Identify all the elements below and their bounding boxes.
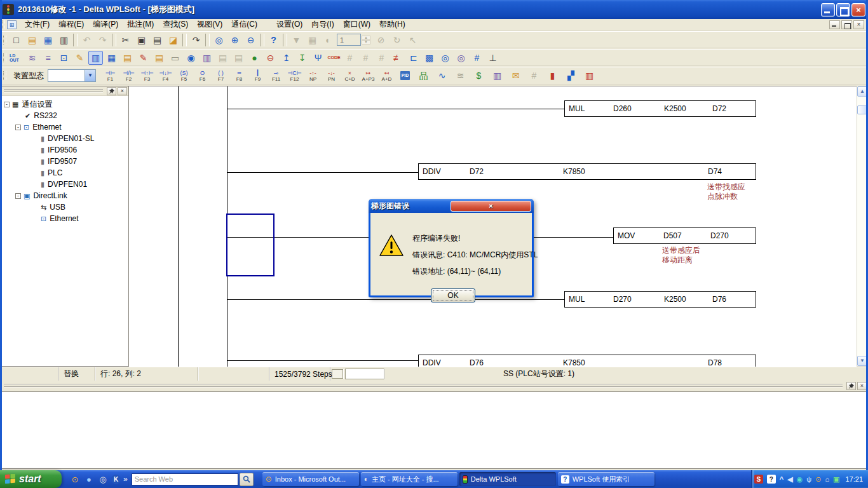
columns-icon[interactable]: ▥: [489, 68, 506, 84]
table-icon[interactable]: ▦: [305, 33, 320, 47]
toolbar-grip[interactable]: [3, 53, 6, 62]
tree-item-ifd9507[interactable]: ▮ IFD9507: [0, 156, 128, 167]
device-type-combo[interactable]: ▼: [48, 69, 96, 82]
tray-collapse-icon[interactable]: ^: [780, 475, 783, 484]
application-instr-button[interactable]: ( )F7: [212, 68, 229, 84]
out-coil-button[interactable]: OF6: [194, 68, 211, 84]
menu-view[interactable]: 视图(V): [193, 18, 227, 30]
help-icon[interactable]: ?: [266, 33, 281, 47]
tree-item-ifd9506[interactable]: ▮ IFD9506: [0, 144, 128, 156]
expander-icon[interactable]: -: [4, 102, 10, 107]
open-folder-icon[interactable]: ▤: [25, 33, 39, 47]
counter-button[interactable]: ⊣C⊢F12: [286, 68, 303, 84]
paste-icon[interactable]: ▤: [150, 33, 165, 47]
mdi-minimize-button[interactable]: [829, 20, 840, 29]
task-help[interactable]: ? WPLSoft 使用索引: [558, 472, 654, 486]
thermometer-icon[interactable]: ▮: [544, 68, 561, 84]
device-monitor-icon[interactable]: ⊡: [57, 51, 71, 65]
spin-down-icon[interactable]: ▼: [362, 40, 370, 44]
restore-button[interactable]: [836, 3, 850, 17]
dialog-title-bar[interactable]: 梯形图错误 ×: [369, 199, 534, 213]
tree-item-plc[interactable]: ▮ PLC: [0, 167, 128, 179]
tree-item-ethernet-2[interactable]: ⊡ Ethernet: [0, 213, 128, 224]
menu-file[interactable]: 文件(F): [20, 18, 54, 30]
undo-icon[interactable]: ↶: [79, 33, 94, 47]
tree-item-dvpen01-sl[interactable]: ▮ DVPEN01-SL: [0, 133, 128, 144]
menu-edit[interactable]: 编程(E): [54, 18, 88, 30]
minimize-button[interactable]: [821, 3, 835, 17]
toolbar-grip[interactable]: [2, 20, 5, 29]
simulator-stop-icon[interactable]: ⊖: [263, 51, 278, 65]
compile-code-icon[interactable]: CODE: [327, 51, 341, 65]
ladder-row-icon[interactable]: ▼: [289, 33, 304, 47]
block-comment-icon[interactable]: ▭: [168, 51, 182, 65]
vline-button[interactable]: ┃F9: [249, 68, 266, 84]
ql-outlook-icon[interactable]: ⊙: [69, 473, 81, 485]
tree-item-usb[interactable]: ⇆ USB: [0, 201, 128, 213]
mosaic-icon[interactable]: ▞: [562, 68, 580, 84]
hline-button[interactable]: ━F8: [231, 68, 248, 84]
tray-clock-icon[interactable]: ⊙: [815, 475, 821, 484]
panel-close-icon[interactable]: ×: [857, 382, 867, 390]
panel-close-icon[interactable]: ×: [118, 87, 127, 95]
zoom-ip-icon[interactable]: ◎: [454, 51, 468, 65]
menu-window[interactable]: 窗口(W): [339, 18, 375, 30]
toolbar-grip[interactable]: [3, 36, 6, 44]
contrast-icon[interactable]: ◐: [321, 33, 336, 47]
scroll-down-icon[interactable]: ▼: [857, 356, 867, 366]
task-wplsoft[interactable]: Delta WPLSoft: [459, 472, 556, 486]
redo-icon[interactable]: ↷: [95, 33, 110, 47]
tray-help-icon[interactable]: ?: [767, 475, 776, 484]
red-columns-icon[interactable]: ▥: [581, 68, 598, 84]
tree-item-directlink[interactable]: - ▣ DirectLink: [0, 190, 128, 201]
output-panel-header[interactable]: ×: [0, 381, 868, 391]
rail-icon[interactable]: #: [526, 68, 543, 84]
code-transfer-icon[interactable]: #: [374, 51, 389, 65]
edit-pencil-icon[interactable]: ✎: [72, 51, 87, 65]
comment-pen-icon[interactable]: ✎: [136, 51, 151, 65]
spin-up-icon[interactable]: ▲: [362, 36, 370, 40]
ql-msn-icon[interactable]: ●: [83, 473, 95, 485]
panel-header[interactable]: ×: [0, 86, 128, 96]
contact-no-button[interactable]: ⊣⊢F1: [102, 68, 119, 84]
search-icon[interactable]: [240, 473, 254, 486]
ok-button[interactable]: OK: [431, 288, 475, 302]
menu-help[interactable]: 帮助(H): [375, 18, 410, 30]
zoom-out-icon[interactable]: ⊖: [243, 33, 258, 47]
save-icon[interactable]: ▦: [41, 33, 55, 47]
tree-item-rs232[interactable]: ✔ RS232: [0, 110, 128, 121]
blocks-wizard-icon[interactable]: 品: [415, 68, 432, 84]
menu-comm[interactable]: 通信(C): [227, 18, 262, 30]
ladder-instruction-ddiv-1[interactable]: DDIV D72 K7850 D74: [418, 163, 756, 180]
contact-falling-button[interactable]: ⊣↓⊢F4: [157, 68, 174, 84]
mdi-close-button[interactable]: ×: [853, 20, 864, 29]
ld-out-icon[interactable]: LD OUT: [9, 51, 24, 65]
image-editor-icon[interactable]: ▩: [422, 51, 437, 65]
contact-rising-button[interactable]: ⊣↑⊢F3: [139, 68, 156, 84]
tray-display-icon[interactable]: ▣: [833, 475, 839, 484]
ladder-instruction-ddiv-2[interactable]: DDIV D76 K7850 D78: [418, 355, 756, 367]
panel-drag-handle[interactable]: [4, 89, 103, 93]
new-file-icon[interactable]: □: [9, 33, 24, 47]
close-button[interactable]: ×: [851, 3, 865, 17]
pn-button[interactable]: -↓-PN: [323, 68, 340, 84]
upload-plc-icon[interactable]: ↥: [279, 51, 294, 65]
coin-icon[interactable]: $: [470, 68, 487, 84]
ethernet-tool-icon[interactable]: #: [470, 51, 484, 65]
copy-icon[interactable]: ▣: [134, 33, 149, 47]
tree-item-ethernet[interactable]: - ⊡ Ethernet: [0, 121, 128, 133]
goto-icon[interactable]: ↷: [189, 33, 203, 47]
menu-compile[interactable]: 编译(P): [88, 18, 123, 30]
tree-item-dvpfen01[interactable]: ▮ DVPFEN01: [0, 179, 128, 190]
pin-icon[interactable]: [846, 382, 856, 390]
ladder-instruction-mul-1[interactable]: MUL D260 K2500 D72: [564, 100, 756, 117]
step-count-input[interactable]: [337, 34, 361, 46]
print-icon[interactable]: ▥: [57, 33, 71, 47]
download-plc-icon[interactable]: ↧: [295, 51, 309, 65]
instruction-mode-icon[interactable]: ▦: [104, 51, 119, 65]
stack-icon[interactable]: ≋: [452, 68, 469, 84]
dialog-close-icon[interactable]: ×: [451, 201, 531, 212]
simulator-run-icon[interactable]: ●: [247, 51, 262, 65]
start-button[interactable]: start: [0, 470, 62, 488]
menu-wizard[interactable]: 向导(I): [307, 18, 338, 30]
